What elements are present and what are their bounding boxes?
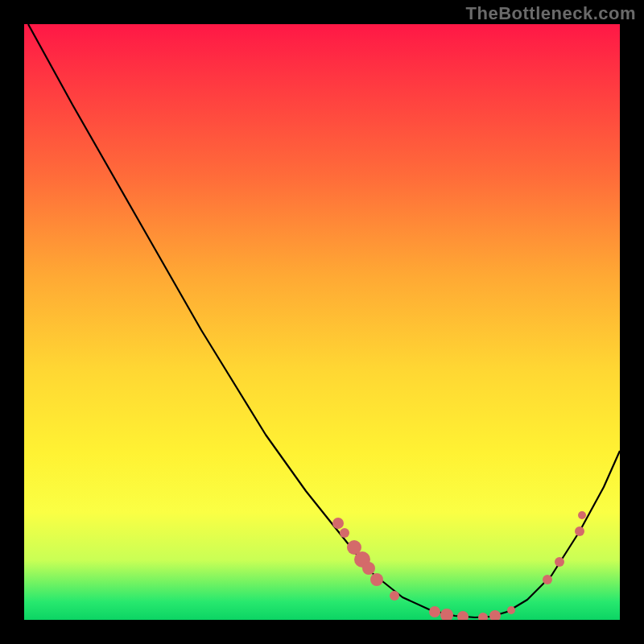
bottleneck-curve [28,24,620,617]
watermark-text: TheBottleneck.com [466,3,636,24]
data-marker [478,613,488,620]
curve-layer [24,24,620,620]
data-marker [543,575,552,584]
marker-group [332,511,586,620]
data-marker [578,511,586,519]
data-marker [575,526,584,536]
plot-area [24,24,620,620]
data-marker [555,557,564,567]
data-marker [340,528,349,538]
data-marker [429,606,440,617]
data-marker [507,606,515,614]
data-marker [390,591,399,601]
data-marker [332,518,344,529]
chart-frame: TheBottleneck.com [0,0,644,644]
data-marker [489,610,501,620]
data-marker [370,573,383,586]
data-marker [457,611,469,620]
data-marker [440,609,453,620]
data-marker [362,562,375,575]
